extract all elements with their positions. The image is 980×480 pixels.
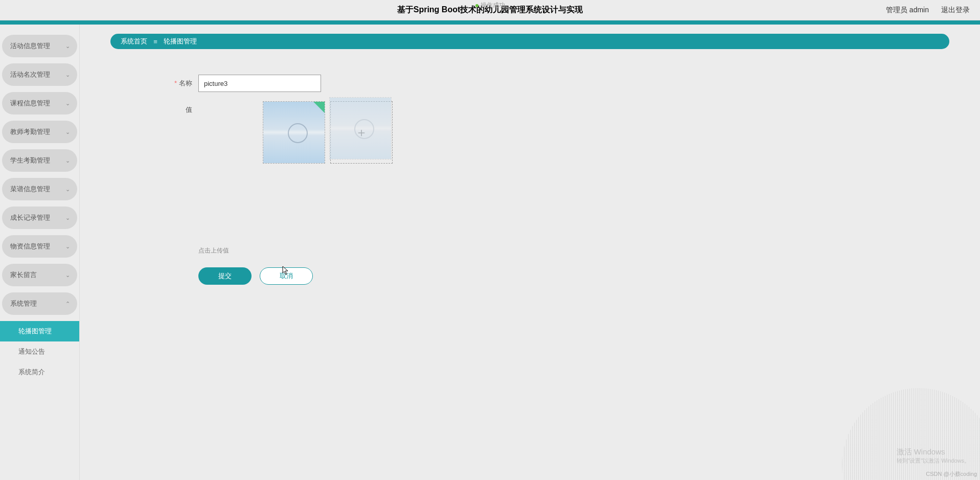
- sidebar-item-label: 活动信息管理: [10, 41, 50, 51]
- container: 活动信息管理 ⌄ 活动名次管理 ⌄ 课程信息管理 ⌄ 教师考勤管理 ⌄ 学生考勤…: [0, 25, 980, 480]
- sidebar-item-recipe-info[interactable]: 菜谱信息管理 ⌄: [2, 178, 77, 200]
- sidebar-item-material-info[interactable]: 物资信息管理 ⌄: [2, 235, 77, 258]
- sidebar-sub-label: 通知公告: [18, 347, 45, 356]
- chevron-down-icon: ⌄: [65, 157, 70, 164]
- notification-toast: 操作成功: [475, 1, 505, 10]
- success-dot-icon: [475, 4, 478, 7]
- required-icon: *: [174, 79, 177, 87]
- sidebar-sub-carousel[interactable]: 轮播图管理: [0, 321, 79, 341]
- sidebar-item-activity-rank[interactable]: 活动名次管理 ⌄: [2, 63, 77, 86]
- chevron-down-icon: ⌄: [65, 186, 70, 193]
- form: *名称 值 ＋: [151, 75, 949, 285]
- sidebar-item-label: 系统管理: [10, 299, 37, 308]
- sidebar-sub-label: 系统简介: [18, 368, 45, 377]
- upload-thumbnail-ghost: [329, 97, 392, 159]
- name-label: *名称: [151, 75, 192, 88]
- name-input[interactable]: [198, 75, 321, 92]
- sidebar-item-growth-record[interactable]: 成长记录管理 ⌄: [2, 207, 77, 229]
- sidebar-item-label: 家长留言: [10, 270, 37, 280]
- form-row-name: *名称: [151, 75, 949, 92]
- chevron-down-icon: ⌄: [65, 215, 70, 221]
- chevron-down-icon: ⌄: [65, 243, 70, 250]
- sidebar-item-label: 菜谱信息管理: [10, 185, 50, 194]
- teal-divider: [0, 20, 980, 25]
- sidebar-item-label: 课程信息管理: [10, 99, 50, 108]
- sidebar-item-system[interactable]: 系统管理 ⌃: [2, 292, 77, 315]
- sidebar-item-label: 物资信息管理: [10, 242, 50, 251]
- chevron-down-icon: ⌄: [65, 43, 70, 50]
- logout-link[interactable]: 退出登录: [941, 6, 970, 15]
- breadcrumb-current: 轮播图管理: [164, 37, 197, 46]
- sidebar-item-parent-message[interactable]: 家长留言 ⌄: [2, 264, 77, 286]
- breadcrumb-sep-icon: ≡: [152, 38, 158, 45]
- admin-label[interactable]: 管理员 admin: [886, 6, 929, 15]
- image-preview: [263, 102, 325, 163]
- chevron-down-icon: ⌄: [65, 72, 70, 78]
- sidebar-item-label: 教师考勤管理: [10, 127, 50, 136]
- sidebar-item-label: 活动名次管理: [10, 70, 50, 79]
- button-row: 提交 取消: [198, 267, 949, 285]
- sidebar-item-student-attendance[interactable]: 学生考勤管理 ⌄: [2, 149, 77, 172]
- chevron-down-icon: ⌄: [65, 129, 70, 135]
- value-label: 值: [151, 101, 192, 115]
- cancel-button[interactable]: 取消: [260, 267, 313, 285]
- sidebar: 活动信息管理 ⌄ 活动名次管理 ⌄ 课程信息管理 ⌄ 教师考勤管理 ⌄ 学生考勤…: [0, 25, 80, 480]
- sidebar-sub-label: 轮播图管理: [18, 327, 52, 336]
- breadcrumb: 系统首页 ≡ 轮播图管理: [110, 34, 949, 49]
- chevron-up-icon: ⌃: [65, 301, 70, 307]
- chevron-down-icon: ⌄: [65, 100, 70, 107]
- sidebar-item-course-info[interactable]: 课程信息管理 ⌄: [2, 92, 77, 115]
- upload-thumbnail-1[interactable]: [263, 101, 325, 164]
- submit-button[interactable]: 提交: [198, 267, 252, 285]
- breadcrumb-home[interactable]: 系统首页: [121, 37, 147, 46]
- chevron-down-icon: ⌄: [65, 272, 70, 279]
- upload-area: ＋: [263, 101, 393, 164]
- sidebar-sub-about[interactable]: 系统简介: [0, 362, 79, 382]
- form-row-value: 值 ＋: [151, 101, 949, 164]
- sidebar-sub-notice[interactable]: 通知公告: [0, 341, 79, 362]
- main-content: 系统首页 ≡ 轮播图管理 *名称 值: [80, 25, 980, 480]
- sidebar-item-label: 成长记录管理: [10, 213, 50, 222]
- sidebar-item-teacher-attendance[interactable]: 教师考勤管理 ⌄: [2, 121, 77, 143]
- image-preview: [330, 98, 391, 159]
- header-right: 管理员 admin 退出登录: [886, 6, 970, 15]
- sidebar-item-label: 学生考勤管理: [10, 156, 50, 165]
- upload-hint: 点击上传值: [198, 246, 949, 255]
- sidebar-item-activity-info[interactable]: 活动信息管理 ⌄: [2, 35, 77, 57]
- notification-text: 操作成功: [481, 1, 505, 10]
